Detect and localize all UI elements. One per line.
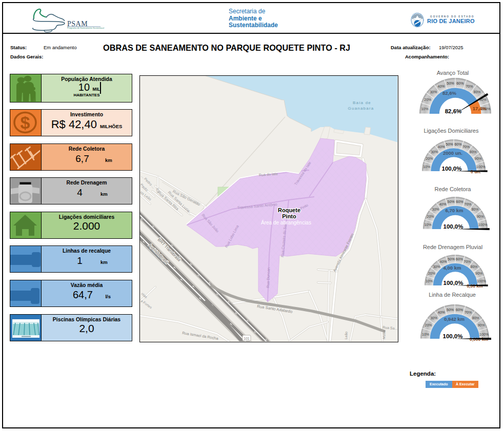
- svg-text:50%: 50%: [447, 81, 454, 85]
- svg-text:60%: 60%: [454, 142, 461, 146]
- svg-text:82,6%: 82,6%: [445, 108, 462, 114]
- svg-text:100%: 100%: [478, 223, 488, 227]
- svg-text:40%: 40%: [438, 311, 445, 314]
- svg-text:2000 un.: 2000 un.: [443, 150, 462, 156]
- svg-text:40%: 40%: [439, 202, 446, 206]
- svg-text:30%: 30%: [433, 265, 440, 269]
- svg-text:10%: 10%: [424, 223, 431, 227]
- svg-text:10%: 10%: [426, 279, 433, 283]
- svg-text:20%: 20%: [428, 272, 435, 275]
- svg-text:80%: 80%: [471, 208, 478, 211]
- svg-text:10%: 10%: [421, 107, 428, 111]
- svg-text:Rede Coletora: Rede Coletora: [435, 186, 472, 192]
- svg-text:Linha de Recalque: Linha de Recalque: [429, 292, 476, 298]
- svg-text:50%: 50%: [446, 142, 453, 146]
- svg-text:6,70 km: 6,70 km: [446, 208, 463, 213]
- svg-text:100%: 100%: [479, 333, 489, 336]
- svg-text:70%: 70%: [463, 260, 471, 263]
- svg-text:Avanço Total: Avanço Total: [437, 70, 469, 76]
- svg-text:70%: 70%: [465, 311, 472, 314]
- svg-text:70%: 70%: [466, 85, 473, 88]
- svg-text:30%: 30%: [430, 90, 437, 94]
- svg-text:100,0%: 100,0%: [443, 280, 463, 286]
- svg-text:100,0%: 100,0%: [441, 166, 461, 172]
- svg-text:60%: 60%: [456, 308, 463, 312]
- svg-text:50%: 50%: [447, 308, 454, 312]
- svg-text:80%: 80%: [470, 150, 477, 154]
- svg-text:50%: 50%: [448, 257, 455, 261]
- svg-text:17,4%: 17,4%: [473, 106, 487, 111]
- svg-text:70%: 70%: [462, 145, 470, 149]
- svg-text:40%: 40%: [438, 145, 445, 149]
- svg-text:50%: 50%: [447, 200, 454, 203]
- svg-text:100,0%: 100,0%: [442, 333, 462, 339]
- svg-text:10%: 10%: [423, 165, 430, 169]
- svg-text:20%: 20%: [427, 215, 434, 218]
- svg-text:20%: 20%: [426, 157, 433, 160]
- svg-text:82,6%: 82,6%: [442, 90, 456, 96]
- svg-text:20%: 20%: [424, 98, 431, 101]
- svg-text:100,0%: 100,0%: [443, 223, 463, 230]
- svg-text:60%: 60%: [456, 81, 463, 85]
- svg-text:70%: 70%: [465, 202, 472, 206]
- svg-text:90%: 90%: [476, 215, 483, 218]
- svg-text:90%: 90%: [475, 157, 482, 160]
- svg-text:Rede Drenagem Pluvial: Rede Drenagem Pluvial: [423, 244, 482, 250]
- svg-text:40%: 40%: [439, 260, 447, 263]
- svg-text:90%: 90%: [477, 323, 485, 327]
- svg-text:30%: 30%: [431, 150, 438, 154]
- svg-text:80%: 80%: [472, 316, 479, 320]
- svg-text:80%: 80%: [471, 265, 478, 269]
- svg-text:0,942 km: 0,942 km: [444, 316, 465, 322]
- svg-text:20%: 20%: [425, 323, 432, 327]
- svg-text:10%: 10%: [422, 333, 429, 336]
- svg-text:30%: 30%: [430, 316, 437, 320]
- svg-text:40%: 40%: [438, 85, 445, 88]
- svg-text:100%: 100%: [477, 279, 486, 283]
- svg-text:60%: 60%: [456, 257, 463, 261]
- svg-text:30%: 30%: [432, 208, 439, 211]
- svg-text:4,00 km: 4,00 km: [443, 265, 461, 271]
- svg-text:60%: 60%: [456, 200, 463, 203]
- svg-text:90%: 90%: [475, 272, 482, 275]
- svg-text:Ligações Domiciliares: Ligações Domiciliares: [424, 128, 479, 134]
- svg-text:100%: 100%: [476, 165, 486, 169]
- svg-text:80%: 80%: [474, 90, 481, 94]
